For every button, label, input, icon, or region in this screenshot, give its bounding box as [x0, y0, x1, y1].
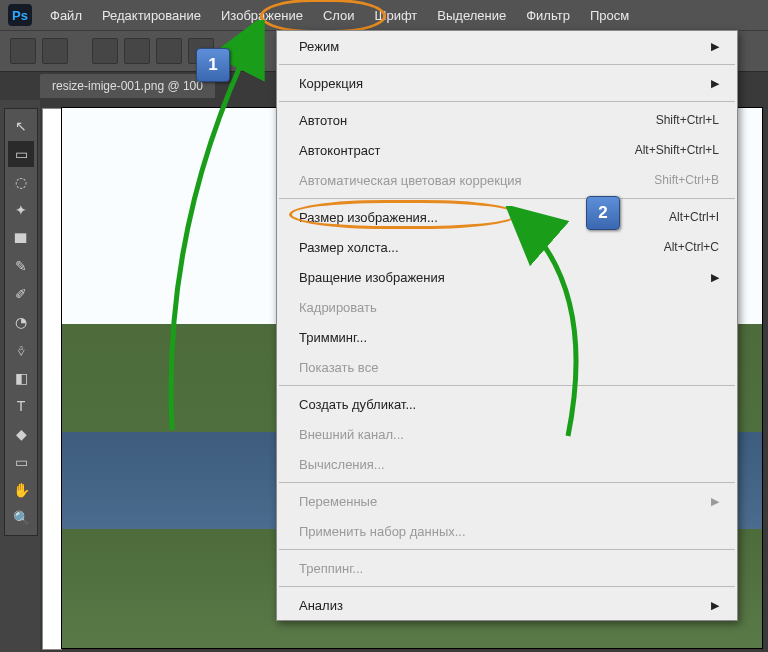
menu-item: Кадрировать	[277, 292, 737, 322]
menu-item-shortcut: Alt+Ctrl+C	[664, 240, 719, 254]
menu-separator	[279, 549, 735, 550]
image-menu-dropdown: Режим▶Коррекция▶АвтотонShift+Ctrl+LАвток…	[276, 30, 738, 621]
menu-item-label: Размер изображения...	[299, 210, 438, 225]
mode-new-icon[interactable]	[92, 38, 118, 64]
shape-tool-icon[interactable]: ▭	[8, 449, 34, 475]
menu-item-label: Переменные	[299, 494, 377, 509]
options-label-fragment: Ра	[242, 44, 256, 58]
annotation-badge-2: 2	[586, 196, 620, 230]
menu-item-label: Режим	[299, 39, 339, 54]
menu-item-label: Кадрировать	[299, 300, 377, 315]
menu-separator	[279, 385, 735, 386]
menu-select[interactable]: Выделение	[435, 4, 508, 27]
crop-tool-icon[interactable]: ⯀	[8, 225, 34, 251]
menu-filter[interactable]: Фильтр	[524, 4, 572, 27]
clone-tool-icon[interactable]: ⎀	[8, 337, 34, 363]
menu-item: Вычисления...	[277, 449, 737, 479]
mode-subtract-icon[interactable]	[156, 38, 182, 64]
tools-panel: ↖ ▭ ◌ ✦ ⯀ ✎ ✐ ◔ ⎀ ◧ T ◆ ▭ ✋ 🔍	[4, 108, 38, 536]
marquee-tool-icon[interactable]: ▭	[8, 141, 34, 167]
menu-item-label: Автотон	[299, 113, 347, 128]
menu-item[interactable]: Вращение изображения▶	[277, 262, 737, 292]
brush-tool-icon[interactable]: ✐	[8, 281, 34, 307]
menu-item[interactable]: Создать дубликат...	[277, 389, 737, 419]
menu-separator	[279, 101, 735, 102]
annotation-badge-1: 1	[196, 48, 230, 82]
menu-item-label: Создать дубликат...	[299, 397, 416, 412]
menu-item: Автоматическая цветовая коррекцияShift+C…	[277, 165, 737, 195]
menu-item: Показать все	[277, 352, 737, 382]
menu-type[interactable]: Шрифт	[373, 4, 420, 27]
hand-tool-icon[interactable]: ✋	[8, 477, 34, 503]
menu-item-label: Коррекция	[299, 76, 363, 91]
menu-item-label: Вычисления...	[299, 457, 385, 472]
menu-item: Треппинг...	[277, 553, 737, 583]
menu-item[interactable]: АвтоконтрастAlt+Shift+Ctrl+L	[277, 135, 737, 165]
menu-item-label: Тримминг...	[299, 330, 367, 345]
photoshop-window: Ps Файл Редактирование Изображение Слои …	[0, 0, 768, 652]
menu-separator	[279, 198, 735, 199]
ruler-vertical	[42, 108, 62, 650]
menu-item-shortcut: Alt+Shift+Ctrl+L	[635, 143, 719, 157]
menu-separator	[279, 586, 735, 587]
menu-layers[interactable]: Слои	[321, 4, 357, 27]
menu-item-shortcut: Alt+Ctrl+I	[669, 210, 719, 224]
menu-item-label: Применить набор данных...	[299, 524, 466, 539]
menu-item[interactable]: Размер изображения...Alt+Ctrl+I	[277, 202, 737, 232]
submenu-arrow-icon: ▶	[711, 271, 719, 284]
submenu-arrow-icon: ▶	[711, 40, 719, 53]
menu-item-label: Внешний канал...	[299, 427, 404, 442]
type-tool-icon[interactable]: T	[8, 393, 34, 419]
lasso-tool-icon[interactable]: ◌	[8, 169, 34, 195]
document-tab[interactable]: resize-imige-001.png @ 100	[40, 74, 215, 98]
eyedropper-tool-icon[interactable]: ✎	[8, 253, 34, 279]
eraser-tool-icon[interactable]: ◧	[8, 365, 34, 391]
submenu-arrow-icon: ▶	[711, 495, 719, 508]
menu-item[interactable]: Коррекция▶	[277, 68, 737, 98]
menu-item[interactable]: Тримминг...	[277, 322, 737, 352]
menu-item[interactable]: Анализ▶	[277, 590, 737, 620]
menu-item: Внешний канал...	[277, 419, 737, 449]
menu-item[interactable]: Режим▶	[277, 31, 737, 61]
menu-item-label: Треппинг...	[299, 561, 363, 576]
pen-tool-icon[interactable]: ◆	[8, 421, 34, 447]
menu-item: Применить набор данных...	[277, 516, 737, 546]
menu-item[interactable]: АвтотонShift+Ctrl+L	[277, 105, 737, 135]
app-logo: Ps	[8, 4, 32, 26]
menu-separator	[279, 64, 735, 65]
submenu-arrow-icon: ▶	[711, 599, 719, 612]
menu-separator	[279, 482, 735, 483]
menu-edit[interactable]: Редактирование	[100, 4, 203, 27]
mode-add-icon[interactable]	[124, 38, 150, 64]
menu-item: Переменные▶	[277, 486, 737, 516]
menu-item-label: Размер холста...	[299, 240, 399, 255]
submenu-arrow-icon: ▶	[711, 77, 719, 90]
menu-file[interactable]: Файл	[48, 4, 84, 27]
menu-item-label: Показать все	[299, 360, 378, 375]
tool-preset-icon[interactable]	[10, 38, 36, 64]
menu-item-label: Вращение изображения	[299, 270, 445, 285]
menu-item-label: Автоконтраст	[299, 143, 380, 158]
menu-view[interactable]: Просм	[588, 4, 631, 27]
menu-item-label: Анализ	[299, 598, 343, 613]
menu-image[interactable]: Изображение	[219, 4, 305, 27]
wand-tool-icon[interactable]: ✦	[8, 197, 34, 223]
zoom-tool-icon[interactable]: 🔍	[8, 505, 34, 531]
marquee-icon[interactable]	[42, 38, 68, 64]
menu-item-shortcut: Shift+Ctrl+L	[656, 113, 719, 127]
menu-item-label: Автоматическая цветовая коррекция	[299, 173, 522, 188]
healing-tool-icon[interactable]: ◔	[8, 309, 34, 335]
move-tool-icon[interactable]: ↖	[8, 113, 34, 139]
menu-item[interactable]: Размер холста...Alt+Ctrl+C	[277, 232, 737, 262]
menubar: Ps Файл Редактирование Изображение Слои …	[0, 0, 768, 30]
menu-item-shortcut: Shift+Ctrl+B	[654, 173, 719, 187]
